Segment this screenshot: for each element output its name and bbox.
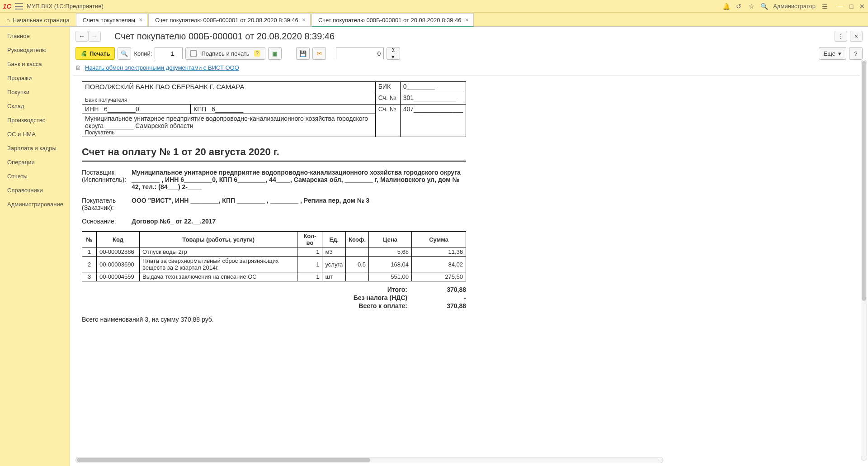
tab-label: Счета покупателям <box>83 17 135 24</box>
print-button[interactable]: 🖨 Печать <box>75 47 115 60</box>
sidebar-item-assets[interactable]: ОС и НМА <box>0 127 70 141</box>
inn-value: 6________0 <box>104 105 139 113</box>
more-button[interactable]: Еще ▾ <box>819 47 846 60</box>
user-label[interactable]: Администратор <box>773 3 816 10</box>
printer-icon: 🖨 <box>80 50 87 57</box>
document-page: ПОВОЛЖСКИЙ БАНК ПАО СБЕРБАНК Г. САМАРА Б… <box>82 81 570 323</box>
page-title: Счет покупателю 000Б-000001 от 20.08.202… <box>114 31 335 42</box>
acc-label: Сч. № <box>375 93 400 105</box>
cell-qty: 1 <box>297 247 322 257</box>
col-qty: Кол-во <box>297 232 322 247</box>
cell-coef <box>346 247 369 257</box>
menu-icon[interactable] <box>15 3 23 10</box>
tabs-bar: ⌂ Начальная страница Счета покупателям ×… <box>0 13 868 27</box>
col-name: Товары (работы, услуги) <box>140 232 297 247</box>
scrollbar-thumb[interactable] <box>77 458 370 462</box>
sign-print-label: Подпись и печать <box>201 50 249 57</box>
bell-icon[interactable]: 🔔 <box>722 3 730 10</box>
search-icon[interactable]: 🔍 <box>760 3 768 10</box>
home-tab[interactable]: ⌂ Начальная страница <box>0 14 76 26</box>
close-icon[interactable]: × <box>139 16 142 24</box>
sidebar-item-main[interactable]: Главное <box>0 29 70 43</box>
table-row: 200-00003690Плата за сверхнормативный сб… <box>82 257 466 272</box>
scrollbar-thumb[interactable] <box>862 61 866 301</box>
itogo-value: 370,88 <box>425 286 466 293</box>
bank-details-table: ПОВОЛЖСКИЙ БАНК ПАО СБЕРБАНК Г. САМАРА Б… <box>82 81 466 137</box>
bank-name: ПОВОЛЖСКИЙ БАНК ПАО СБЕРБАНК Г. САМАРА <box>85 83 373 90</box>
bank-label: Банк получателя <box>85 97 373 103</box>
itogo-label: Итого: <box>317 286 407 293</box>
home-tab-label: Начальная страница <box>13 17 70 24</box>
nav-back-button[interactable]: ← <box>75 31 88 42</box>
copies-input[interactable] <box>155 48 183 59</box>
tab-invoice-2[interactable]: Счет покупателю 000Б-000001 от 20.08.202… <box>311 13 474 27</box>
kpp-label: КПП <box>193 105 206 113</box>
close-icon[interactable]: ✕ <box>859 3 865 10</box>
checkbox-icon[interactable] <box>190 50 197 57</box>
sidebar-item-production[interactable]: Производство <box>0 113 70 127</box>
table-row: 300-00004559Выдача техн.заключения на сп… <box>82 272 466 281</box>
basis-value: Договор №6_ от 22.__.2017 <box>132 218 466 225</box>
content-header: ← → Счет покупателю 000Б-000001 от 20.08… <box>70 27 868 45</box>
col-n: № <box>82 232 97 247</box>
sidebar-item-catalogs[interactable]: Справочники <box>0 183 70 197</box>
cell-code: 00-00004559 <box>97 272 140 281</box>
cell-n: 3 <box>82 272 97 281</box>
toolbar: 🖨 Печать 🔍 Копий: Подпись и печать ? ▦ 💾… <box>70 45 868 63</box>
settings-icon[interactable]: ☰ <box>821 3 828 10</box>
scrollbar-h[interactable] <box>75 457 663 463</box>
star-icon[interactable]: ☆ <box>748 3 755 10</box>
recipient-name: Муниципальное унитарное предприятие водо… <box>85 115 373 129</box>
sidebar-item-admin[interactable]: Администрирование <box>0 197 70 211</box>
tab-invoice-1[interactable]: Счет покупателю 000Б-000001 от 20.08.202… <box>148 13 311 26</box>
document-area[interactable]: ПОВОЛЖСКИЙ БАНК ПАО СБЕРБАНК Г. САМАРА Б… <box>73 76 860 454</box>
sidebar-item-operations[interactable]: Операции <box>0 155 70 169</box>
kpp-value: 6________ <box>212 105 243 113</box>
divider <box>82 161 466 162</box>
help-badge-icon[interactable]: ? <box>254 50 261 57</box>
maximize-icon[interactable]: □ <box>848 3 854 10</box>
basis-label: Основание: <box>82 218 132 225</box>
sign-print-toggle[interactable]: Подпись и печать ? <box>185 47 265 60</box>
sidebar: Главное Руководителю Банк и касса Продаж… <box>0 27 70 466</box>
sidebar-item-manager[interactable]: Руководителю <box>0 43 70 57</box>
cell-sum: 275,50 <box>412 272 466 281</box>
cell-name: Выдача техн.заключения на списание ОС <box>140 272 297 281</box>
sidebar-item-bank[interactable]: Банк и касса <box>0 57 70 71</box>
close-panel-button[interactable]: × <box>850 31 863 42</box>
sidebar-item-reports[interactable]: Отчеты <box>0 169 70 183</box>
sidebar-item-purchases[interactable]: Покупки <box>0 85 70 99</box>
sum-button[interactable]: Σ ▾ <box>387 47 400 60</box>
col-code: Код <box>97 232 140 247</box>
cell-sum: 84,02 <box>412 257 466 272</box>
inn-label: ИНН <box>85 105 99 113</box>
sidebar-item-salary[interactable]: Зарплата и кадры <box>0 141 70 155</box>
help-button[interactable]: ? <box>849 47 863 60</box>
sidebar-item-sales[interactable]: Продажи <box>0 71 70 85</box>
cell-coef: 0,5 <box>346 257 369 272</box>
preview-button[interactable]: 🔍 <box>118 47 131 60</box>
buyer-value: ООО "ВИСТ", ИНН ________, КПП ________ ,… <box>132 197 466 211</box>
amount-input[interactable] <box>336 48 384 59</box>
close-icon[interactable]: × <box>302 16 306 24</box>
tab-invoices[interactable]: Счета покупателям × <box>76 13 147 26</box>
acc2-label: Сч. № <box>375 105 400 137</box>
close-icon[interactable]: × <box>465 16 469 24</box>
cell-code: 00-00002886 <box>97 247 140 257</box>
nav-forward-button[interactable]: → <box>88 31 101 42</box>
scrollbar-v[interactable] <box>861 60 867 461</box>
table-header-row: № Код Товары (работы, услуги) Кол-во Ед.… <box>82 232 466 247</box>
invoice-title: Счет на оплату № 1 от 20 августа 2020 г. <box>82 146 570 158</box>
minimize-icon[interactable]: — <box>837 3 844 10</box>
save-button[interactable]: 💾 <box>296 47 310 60</box>
more-label: Еще <box>824 50 835 57</box>
cell-unit: шт <box>322 272 346 281</box>
sidebar-item-stock[interactable]: Склад <box>0 99 70 113</box>
cell-coef <box>346 272 369 281</box>
edo-link[interactable]: Начать обмен электронными документами с … <box>85 64 239 71</box>
buyer-label: Покупатель (Заказчик): <box>82 197 132 211</box>
history-icon[interactable]: ↺ <box>735 3 742 10</box>
edit-button[interactable]: ▦ <box>268 47 282 60</box>
email-button[interactable]: ✉ <box>312 47 326 60</box>
kebab-icon[interactable]: ⋮ <box>835 31 847 42</box>
